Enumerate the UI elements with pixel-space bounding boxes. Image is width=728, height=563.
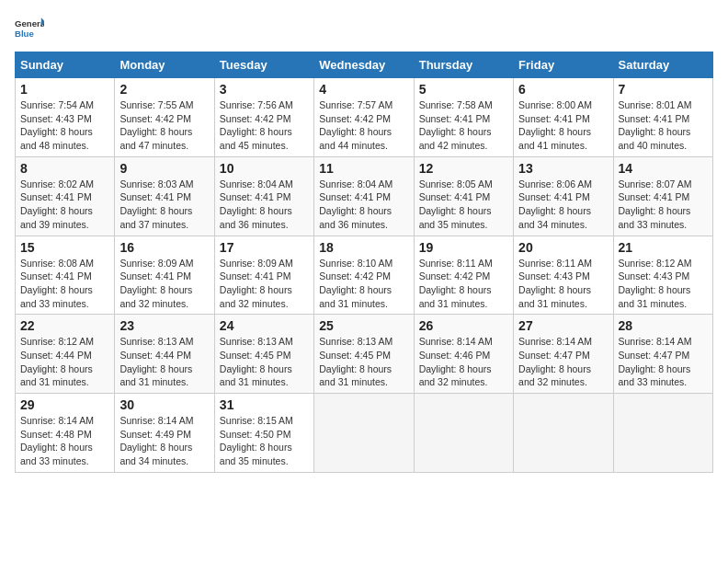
day-cell [613, 394, 712, 473]
day-number: 25 [319, 318, 408, 333]
day-info: Sunrise: 8:14 AMSunset: 4:47 PMDaylight:… [518, 335, 608, 389]
col-header-sunday: Sunday [16, 52, 115, 78]
day-cell: 13Sunrise: 8:06 AMSunset: 4:41 PMDayligh… [514, 156, 613, 236]
day-number: 15 [20, 240, 109, 255]
day-info: Sunrise: 8:09 AMSunset: 4:41 PMDaylight:… [119, 257, 209, 311]
day-number: 29 [20, 397, 109, 412]
day-number: 6 [518, 82, 608, 97]
col-header-friday: Friday [514, 52, 613, 78]
day-cell: 22Sunrise: 8:12 AMSunset: 4:44 PMDayligh… [16, 315, 115, 394]
day-number: 30 [119, 397, 209, 412]
day-info: Sunrise: 7:55 AMSunset: 4:42 PMDaylight:… [119, 98, 209, 153]
day-info: Sunrise: 8:12 AMSunset: 4:44 PMDaylight:… [20, 335, 109, 389]
day-info: Sunrise: 8:03 AMSunset: 4:41 PMDaylight:… [119, 178, 209, 232]
week-row-1: 1Sunrise: 7:54 AMSunset: 4:43 PMDaylight… [16, 78, 713, 157]
day-info: Sunrise: 8:13 AMSunset: 4:44 PMDaylight:… [119, 335, 209, 389]
day-cell: 7Sunrise: 8:01 AMSunset: 4:41 PMDaylight… [613, 78, 712, 157]
day-info: Sunrise: 8:08 AMSunset: 4:41 PMDaylight:… [20, 257, 109, 311]
day-number: 10 [220, 161, 309, 176]
day-cell [414, 394, 513, 473]
day-info: Sunrise: 8:14 AMSunset: 4:46 PMDaylight:… [419, 335, 508, 389]
day-cell: 4Sunrise: 7:57 AMSunset: 4:42 PMDaylight… [314, 78, 414, 157]
day-cell: 5Sunrise: 7:58 AMSunset: 4:41 PMDaylight… [414, 78, 513, 157]
day-info: Sunrise: 8:11 AMSunset: 4:43 PMDaylight:… [518, 257, 608, 311]
day-cell: 17Sunrise: 8:09 AMSunset: 4:41 PMDayligh… [214, 236, 313, 315]
day-number: 11 [319, 161, 408, 176]
week-row-2: 8Sunrise: 8:02 AMSunset: 4:41 PMDaylight… [16, 156, 713, 236]
week-row-5: 29Sunrise: 8:14 AMSunset: 4:48 PMDayligh… [16, 394, 713, 473]
svg-text:Blue: Blue [15, 29, 34, 39]
day-number: 27 [518, 318, 608, 333]
day-cell: 21Sunrise: 8:12 AMSunset: 4:43 PMDayligh… [613, 236, 712, 315]
day-number: 13 [518, 161, 608, 176]
day-cell: 31Sunrise: 8:15 AMSunset: 4:50 PMDayligh… [214, 394, 313, 473]
day-cell: 20Sunrise: 8:11 AMSunset: 4:43 PMDayligh… [514, 236, 613, 315]
day-number: 2 [119, 82, 209, 97]
week-row-4: 22Sunrise: 8:12 AMSunset: 4:44 PMDayligh… [16, 315, 713, 394]
day-info: Sunrise: 8:11 AMSunset: 4:42 PMDaylight:… [419, 257, 508, 311]
day-cell: 16Sunrise: 8:09 AMSunset: 4:41 PMDayligh… [115, 236, 214, 315]
day-cell: 30Sunrise: 8:14 AMSunset: 4:49 PMDayligh… [115, 394, 214, 473]
day-info: Sunrise: 8:13 AMSunset: 4:45 PMDaylight:… [220, 335, 309, 389]
day-info: Sunrise: 7:56 AMSunset: 4:42 PMDaylight:… [220, 98, 309, 153]
day-number: 20 [518, 240, 608, 255]
day-cell: 27Sunrise: 8:14 AMSunset: 4:47 PMDayligh… [514, 315, 613, 394]
day-cell: 18Sunrise: 8:10 AMSunset: 4:42 PMDayligh… [314, 236, 414, 315]
svg-text:General: General [15, 18, 44, 29]
day-cell: 15Sunrise: 8:08 AMSunset: 4:41 PMDayligh… [16, 236, 115, 315]
day-info: Sunrise: 8:14 AMSunset: 4:47 PMDaylight:… [619, 335, 708, 389]
day-info: Sunrise: 7:57 AMSunset: 4:42 PMDaylight:… [319, 98, 408, 153]
day-info: Sunrise: 7:54 AMSunset: 4:43 PMDaylight:… [20, 98, 109, 153]
day-info: Sunrise: 8:02 AMSunset: 4:41 PMDaylight:… [20, 178, 109, 232]
logo-icon: General Blue [15, 15, 44, 44]
day-cell [314, 394, 414, 473]
day-number: 18 [319, 240, 408, 255]
day-number: 26 [419, 318, 508, 333]
day-number: 17 [220, 240, 309, 255]
day-number: 22 [20, 318, 109, 333]
day-number: 14 [619, 161, 708, 176]
day-info: Sunrise: 8:09 AMSunset: 4:41 PMDaylight:… [220, 257, 309, 311]
col-header-monday: Monday [115, 52, 214, 78]
day-number: 12 [419, 161, 508, 176]
day-info: Sunrise: 8:14 AMSunset: 4:49 PMDaylight:… [119, 414, 209, 468]
day-info: Sunrise: 8:04 AMSunset: 4:41 PMDaylight:… [220, 178, 309, 232]
day-number: 8 [20, 161, 109, 176]
col-header-saturday: Saturday [613, 52, 712, 78]
day-cell: 23Sunrise: 8:13 AMSunset: 4:44 PMDayligh… [115, 315, 214, 394]
day-cell: 28Sunrise: 8:14 AMSunset: 4:47 PMDayligh… [613, 315, 712, 394]
day-cell: 8Sunrise: 8:02 AMSunset: 4:41 PMDaylight… [16, 156, 115, 236]
day-info: Sunrise: 8:00 AMSunset: 4:41 PMDaylight:… [518, 98, 608, 153]
day-number: 4 [319, 82, 408, 97]
day-number: 5 [419, 82, 508, 97]
day-cell: 26Sunrise: 8:14 AMSunset: 4:46 PMDayligh… [414, 315, 513, 394]
day-number: 1 [20, 82, 109, 97]
calendar-table: SundayMondayTuesdayWednesdayThursdayFrid… [15, 52, 713, 473]
logo: General Blue [15, 15, 44, 44]
day-cell: 25Sunrise: 8:13 AMSunset: 4:45 PMDayligh… [314, 315, 414, 394]
day-number: 24 [220, 318, 309, 333]
day-cell: 9Sunrise: 8:03 AMSunset: 4:41 PMDaylight… [115, 156, 214, 236]
day-cell: 19Sunrise: 8:11 AMSunset: 4:42 PMDayligh… [414, 236, 513, 315]
day-info: Sunrise: 8:15 AMSunset: 4:50 PMDaylight:… [220, 414, 309, 468]
day-cell: 6Sunrise: 8:00 AMSunset: 4:41 PMDaylight… [514, 78, 613, 157]
header: General Blue [15, 15, 713, 44]
day-number: 31 [220, 397, 309, 412]
day-number: 7 [619, 82, 708, 97]
day-info: Sunrise: 8:05 AMSunset: 4:41 PMDaylight:… [419, 178, 508, 232]
day-info: Sunrise: 8:12 AMSunset: 4:43 PMDaylight:… [619, 257, 708, 311]
day-number: 16 [119, 240, 209, 255]
day-cell: 14Sunrise: 8:07 AMSunset: 4:41 PMDayligh… [613, 156, 712, 236]
week-row-3: 15Sunrise: 8:08 AMSunset: 4:41 PMDayligh… [16, 236, 713, 315]
header-row: SundayMondayTuesdayWednesdayThursdayFrid… [16, 52, 713, 78]
day-number: 3 [220, 82, 309, 97]
day-number: 19 [419, 240, 508, 255]
day-cell: 24Sunrise: 8:13 AMSunset: 4:45 PMDayligh… [214, 315, 313, 394]
day-cell: 10Sunrise: 8:04 AMSunset: 4:41 PMDayligh… [214, 156, 313, 236]
day-info: Sunrise: 7:58 AMSunset: 4:41 PMDaylight:… [419, 98, 508, 153]
day-cell: 1Sunrise: 7:54 AMSunset: 4:43 PMDaylight… [16, 78, 115, 157]
day-number: 28 [619, 318, 708, 333]
day-info: Sunrise: 8:10 AMSunset: 4:42 PMDaylight:… [319, 257, 408, 311]
day-info: Sunrise: 8:06 AMSunset: 4:41 PMDaylight:… [518, 178, 608, 232]
col-header-thursday: Thursday [414, 52, 513, 78]
